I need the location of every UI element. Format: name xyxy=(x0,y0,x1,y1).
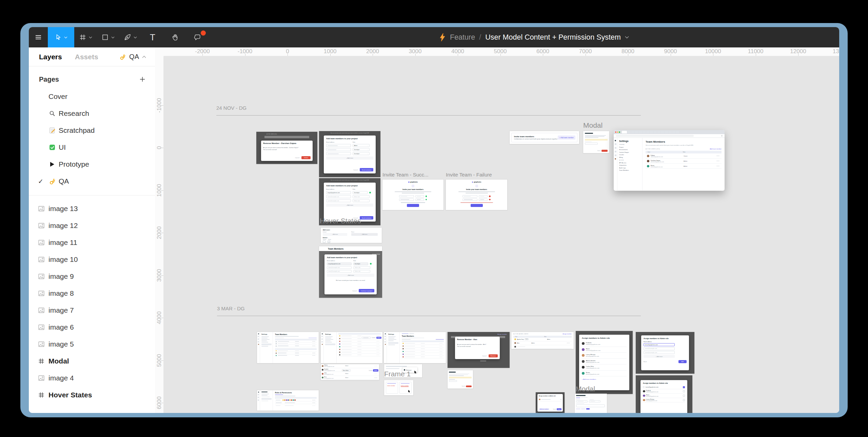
sidebar-layer-item[interactable]: Modal xyxy=(29,353,155,370)
email-input[interactable]: name@example.com xyxy=(644,347,675,350)
sidebar-page-item[interactable]: ✓ Research xyxy=(29,105,155,122)
text-tool-button[interactable]: T xyxy=(141,27,164,47)
member-role-row[interactable]: Jerin jerin@graphcms.com Inherit xyxy=(321,372,379,376)
shape-tool-button[interactable] xyxy=(97,27,119,47)
tab-assets[interactable]: Assets xyxy=(75,53,98,61)
sidebar-layer-item[interactable]: image 11 xyxy=(29,234,155,251)
frame-hover-spec[interactable]: Add more: Default+ Add more Hover+ Add m… xyxy=(321,228,382,243)
back-button[interactable]: Back xyxy=(644,361,647,362)
settings-nav-item[interactable]: Locales xyxy=(619,154,640,155)
send-invitations-button[interactable]: Send invitations xyxy=(360,168,373,171)
remove-button[interactable]: Remove xyxy=(489,354,498,357)
add-team-member-button[interactable]: + Add team member xyxy=(558,136,575,140)
invite-button[interactable] xyxy=(471,204,483,207)
email-input[interactable]: larisa@graphcms.com xyxy=(644,343,675,346)
section-label[interactable]: 3 MAR - DG xyxy=(217,306,245,311)
frame-modal-small[interactable]: Cancel xyxy=(583,131,609,153)
frame-title[interactable]: Hover States xyxy=(320,217,361,225)
frame-team-members-modal[interactable]: Team Members Add team members to your pr… xyxy=(319,246,382,298)
cancel-button[interactable]: Cancel xyxy=(295,157,299,159)
section-label[interactable]: 24 NOV - DG xyxy=(216,105,246,111)
add-page-button[interactable] xyxy=(139,76,146,83)
send-invitations-button[interactable]: Send invitations xyxy=(360,216,373,220)
frame-roles-permissions[interactable]: Roles & Permissions xyxy=(257,390,319,411)
hand-tool-button[interactable] xyxy=(164,27,186,47)
cancel-button[interactable]: Cancel xyxy=(353,169,358,171)
assign-member-row[interactable]: Marin michael@graphcms.com xyxy=(582,347,627,353)
sidebar-page-item[interactable]: ✓ UI xyxy=(29,139,155,156)
ruler-horizontal[interactable]: -2000-1000010002000300040005000600070008… xyxy=(155,47,839,56)
add-more-button[interactable]: + Add more xyxy=(326,204,373,207)
sidebar-layer-item[interactable]: image 9 xyxy=(29,268,155,285)
assign-member-row[interactable]: Bruno bruno@graphcms.com xyxy=(582,371,627,377)
frame-browser-screenshot[interactable]: Settings GENERAL Project Environments Co… xyxy=(614,130,725,191)
checkbox[interactable] xyxy=(683,399,685,401)
frame-assign-checklist[interactable]: Assign members to Admin role larisa@grap… xyxy=(636,375,692,413)
move-tool-button[interactable] xyxy=(48,27,74,47)
assign-member-row[interactable]: Abiola Ibrahim abiola@graphcms.com xyxy=(582,359,627,365)
sidebar-layer-item[interactable]: image 7 xyxy=(29,302,155,319)
add-button[interactable]: Add xyxy=(678,360,687,363)
continue-button[interactable]: Continue to project xyxy=(359,289,374,292)
chevron-down-icon[interactable] xyxy=(625,36,629,39)
sidebar-layer-item[interactable]: image 6 xyxy=(29,319,155,336)
sidebar-layer-item[interactable]: Hover States xyxy=(29,387,155,403)
frame-assign-modal[interactable]: Assign members to Admin role Email addre… xyxy=(636,332,694,374)
frame-invite-team-failure[interactable]: graphcms Invite your team members xyxy=(446,180,507,210)
assign-member-row[interactable]: Marin michael@graphcms.com xyxy=(643,394,685,398)
confirm-button[interactable] xyxy=(466,386,472,388)
add-team-member-link[interactable]: Add team member xyxy=(710,148,722,150)
confirm-button[interactable] xyxy=(601,150,608,152)
delete-member-link[interactable]: Delete member xyxy=(401,385,410,387)
assign-member-row[interactable]: Frederik frederik@graphcms.com xyxy=(643,389,685,394)
team-member-row[interactable]: Fabian fabian@graphcms.com Owner xyxy=(646,153,722,159)
sidebar-layer-item[interactable]: image 5 xyxy=(29,336,155,353)
team-member-row[interactable]: Bruno bruno@graphcms.com Admin xyxy=(646,164,722,169)
frame-remove-member-alen[interactable]: Assign member Remove Member - Alen Are y… xyxy=(448,332,510,368)
sidebar-page-item[interactable]: ✓ Scratchpad xyxy=(29,122,155,139)
settings-nav-item[interactable]: Audit Logs xyxy=(619,167,640,169)
ruler-vertical[interactable]: -10000100020003000400050006000 xyxy=(155,47,164,413)
sidebar-layer-item[interactable]: image 13 xyxy=(29,200,155,217)
frame-tool-button[interactable] xyxy=(74,27,97,47)
add-more-members-link[interactable]: + Add more members xyxy=(582,378,627,380)
settings-nav-item[interactable]: Project xyxy=(619,146,640,148)
sidebar-layer-item[interactable]: image 10 xyxy=(29,251,155,268)
browser-url-bar[interactable] xyxy=(614,134,725,138)
frame-update-role[interactable]: Fabian fabian@graphcms.com Inherit Frede… xyxy=(321,364,379,380)
sidebar-layer-item[interactable]: image 12 xyxy=(29,217,155,234)
current-page-chip[interactable]: QA xyxy=(119,53,146,61)
add-more-button[interactable]: + Add more xyxy=(326,157,373,160)
settings-nav-item[interactable]: Environments xyxy=(619,149,640,150)
tab-layers[interactable]: Layers xyxy=(39,53,62,61)
canvas[interactable]: 24 NOV - DG ACTIVE USERS (3/20) Remove M… xyxy=(155,47,839,413)
sidebar-layer-item[interactable]: image 4 xyxy=(29,370,155,387)
settings-nav-item[interactable]: Content Stages xyxy=(619,151,640,153)
frame-title[interactable]: Invite Team - Succ... xyxy=(382,172,429,178)
frame-invite-team-success[interactable]: graphcms Invite your team members xyxy=(382,180,443,210)
frame-settings-page-3[interactable]: Settings Team Members xyxy=(384,332,446,363)
sidebar-layer-item[interactable]: image 8 xyxy=(29,285,155,302)
settings-nav-item[interactable]: Integrations xyxy=(619,164,640,166)
delete-member-link[interactable]: Delete member xyxy=(387,385,397,387)
project-name[interactable]: Feature xyxy=(450,33,475,42)
sidebar-page-item[interactable]: ✓ QA xyxy=(29,173,155,190)
cancel-button[interactable]: Cancel xyxy=(352,290,357,292)
sidebar-page-item[interactable]: ✓ Cover xyxy=(29,88,155,105)
assign-member-link[interactable]: Assign member xyxy=(563,333,572,335)
frame-admin-users-table[interactable]: ACTIVE ADMIN USERS Assign member User Ro… xyxy=(511,332,574,349)
settings-nav-item[interactable]: API Access xyxy=(619,162,640,164)
main-menu-button[interactable] xyxy=(29,27,48,47)
frame-warning-modal[interactable]: Cancel xyxy=(448,370,473,389)
frame-assign-small[interactable]: Assign members to Admin role + Add more … xyxy=(536,392,565,413)
assign-member-row[interactable]: Larisa Rhistya larisa@graphcms.com xyxy=(643,398,685,402)
pen-tool-button[interactable] xyxy=(119,27,141,47)
frame-title[interactable]: Modal xyxy=(576,385,595,393)
document-title[interactable]: User Model Content + Permission System xyxy=(485,33,621,42)
email-input[interactable]: name@example.com xyxy=(644,351,675,354)
frame-remove-member-dg[interactable]: ACTIVE USERS (3/20) Remove Member - Dars… xyxy=(256,132,317,164)
add-more-button[interactable]: + Add more xyxy=(644,355,675,358)
comment-tool-button[interactable] xyxy=(186,27,209,47)
delete-button[interactable]: Delete xyxy=(301,156,311,159)
assign-member-row[interactable]: Frederik frederik@graphcms.com xyxy=(582,341,627,347)
